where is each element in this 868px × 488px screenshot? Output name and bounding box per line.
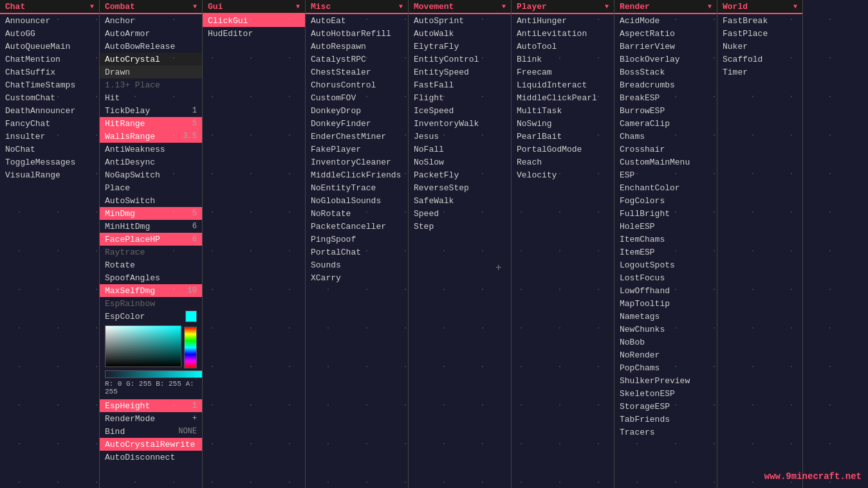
column-header-render[interactable]: Render ▼ bbox=[614, 0, 717, 14]
list-item[interactable]: NoGapSwitch bbox=[100, 168, 202, 181]
list-item[interactable]: BlockOverlay bbox=[614, 53, 717, 66]
list-item[interactable]: BossStack bbox=[614, 66, 717, 78]
list-item[interactable]: StorageESP bbox=[614, 400, 717, 413]
list-item[interactable]: AntiLevitation bbox=[512, 27, 614, 40]
list-item[interactable]: insulter bbox=[0, 130, 99, 143]
list-item[interactable]: InventoryCleaner bbox=[306, 156, 408, 168]
list-item[interactable]: FakePlayer bbox=[306, 143, 408, 156]
list-item[interactable]: MultiTask bbox=[512, 104, 614, 117]
list-item[interactable]: CatalystRPC bbox=[306, 53, 408, 66]
list-item[interactable]: AutoQueueMain bbox=[0, 40, 99, 53]
list-item[interactable]: Nuker bbox=[717, 40, 802, 53]
list-item[interactable]: NoChat bbox=[0, 143, 99, 156]
list-item[interactable]: Anchor bbox=[100, 14, 202, 27]
list-item[interactable]: Velocity bbox=[512, 168, 614, 181]
list-item[interactable]: TabFriends bbox=[614, 413, 717, 426]
list-item[interactable]: PortalChat bbox=[306, 246, 408, 258]
list-item[interactable]: Reach bbox=[512, 156, 614, 168]
list-item[interactable]: WallsRange3.5 bbox=[100, 130, 202, 143]
list-item[interactable]: LogoutSpots bbox=[614, 258, 717, 271]
list-item[interactable]: PacketFly bbox=[409, 168, 511, 181]
list-item[interactable]: SkeletonESP bbox=[614, 387, 717, 400]
column-header-movement[interactable]: Movement ▼ bbox=[409, 0, 511, 14]
list-item[interactable]: ChatMention bbox=[0, 53, 99, 66]
list-item[interactable]: Raytrace bbox=[100, 246, 202, 258]
list-item[interactable]: ElytraFly bbox=[409, 40, 511, 53]
list-item[interactable]: DonkeyDrop bbox=[306, 104, 408, 117]
color-swatch[interactable] bbox=[185, 311, 197, 322]
list-item[interactable]: AutoSwitch bbox=[100, 194, 202, 207]
list-item[interactable]: AutoCrystal bbox=[100, 53, 202, 66]
list-item[interactable]: ItemESP bbox=[614, 246, 717, 258]
list-item[interactable]: Place bbox=[100, 181, 202, 194]
list-item[interactable]: Scaffold bbox=[717, 53, 802, 66]
list-item[interactable]: MapTooltip bbox=[614, 297, 717, 310]
list-item[interactable]: IceSpeed bbox=[409, 104, 511, 117]
list-item[interactable]: SafeWalk bbox=[409, 194, 511, 207]
alpha-slider[interactable] bbox=[105, 370, 202, 378]
list-item[interactable]: LiquidInteract bbox=[512, 78, 614, 91]
list-item[interactable]: MinDmg5 bbox=[100, 207, 202, 220]
list-item[interactable]: PearlBait bbox=[512, 130, 614, 143]
list-item[interactable]: VisualRange bbox=[0, 168, 99, 181]
list-item[interactable]: AutoCrystalRewrite bbox=[100, 438, 202, 451]
list-item[interactable]: AutoHotbarRefill bbox=[306, 27, 408, 40]
list-item[interactable]: ChatTimeStamps bbox=[0, 78, 99, 91]
list-item[interactable]: DeathAnnouncer bbox=[0, 104, 99, 117]
list-item[interactable]: AspectRatio bbox=[614, 27, 717, 40]
list-item[interactable]: BreakESP bbox=[614, 91, 717, 104]
list-item[interactable]: LostFocus bbox=[614, 271, 717, 284]
list-item[interactable]: Tracers bbox=[614, 426, 717, 438]
list-item[interactable]: HitRange5 bbox=[100, 117, 202, 130]
list-item[interactable]: ReverseStep bbox=[409, 181, 511, 194]
list-item[interactable]: MinHitDmg6 bbox=[100, 220, 202, 233]
list-item[interactable]: FastPlace bbox=[717, 27, 802, 40]
list-item[interactable]: EnchantColor bbox=[614, 181, 717, 194]
list-item[interactable]: Flight bbox=[409, 91, 511, 104]
list-item[interactable]: Crosshair bbox=[614, 143, 717, 156]
list-item[interactable]: AutoTool bbox=[512, 40, 614, 53]
list-item[interactable]: CameraClip bbox=[614, 117, 717, 130]
list-item[interactable]: TickDelay1 bbox=[100, 104, 202, 117]
list-item[interactable]: Hit bbox=[100, 91, 202, 104]
list-item[interactable]: PortalGodMode bbox=[512, 143, 614, 156]
list-item[interactable]: LowOffhand bbox=[614, 284, 717, 297]
column-header-world[interactable]: World ▼ bbox=[717, 0, 802, 14]
list-item[interactable]: AntiHunger bbox=[512, 14, 614, 27]
column-header-combat[interactable]: Combat ▼ bbox=[100, 0, 202, 14]
list-item[interactable]: PacketCanceller bbox=[306, 220, 408, 233]
list-item[interactable]: BurrowESP bbox=[614, 104, 717, 117]
list-item[interactable]: AutoSprint bbox=[409, 14, 511, 27]
list-item[interactable]: AntiWeakness bbox=[100, 143, 202, 156]
list-item[interactable]: AutoEat bbox=[306, 14, 408, 27]
list-item[interactable]: ItemChams bbox=[614, 233, 717, 246]
list-item[interactable]: Breadcrumbs bbox=[614, 78, 717, 91]
column-header-misc[interactable]: Misc ▼ bbox=[306, 0, 408, 14]
list-item[interactable]: CustomFOV bbox=[306, 91, 408, 104]
list-item[interactable]: Timer bbox=[717, 66, 802, 78]
list-item[interactable]: NoEntityTrace bbox=[306, 181, 408, 194]
list-item[interactable]: XCarry bbox=[306, 271, 408, 284]
list-item[interactable]: MiddleClickFriends bbox=[306, 168, 408, 181]
list-item[interactable]: NoSwing bbox=[512, 117, 614, 130]
list-item[interactable]: AutoRespawn bbox=[306, 40, 408, 53]
list-item[interactable]: HudEditor bbox=[203, 27, 305, 40]
list-item[interactable]: AutoGG bbox=[0, 27, 99, 40]
list-item[interactable]: ChestStealer bbox=[306, 66, 408, 78]
list-item[interactable]: Rotate bbox=[100, 258, 202, 271]
list-item[interactable]: HoleESP bbox=[614, 220, 717, 233]
list-item[interactable]: AutoWalk bbox=[409, 27, 511, 40]
list-item[interactable]: AutoArmor bbox=[100, 27, 202, 40]
list-item[interactable]: FacePlaceHP6 bbox=[100, 233, 202, 246]
list-item[interactable]: AutoBowRelease bbox=[100, 40, 202, 53]
list-item[interactable]: ToggleMessages bbox=[0, 156, 99, 168]
list-item[interactable]: Jesus bbox=[409, 130, 511, 143]
hue-slider[interactable] bbox=[184, 327, 197, 368]
list-item[interactable]: EntitySpeed bbox=[409, 66, 511, 78]
list-item[interactable]: FastBreak bbox=[717, 14, 802, 27]
list-item[interactable]: PopChams bbox=[614, 361, 717, 374]
column-header-gui[interactable]: Gui ▼ bbox=[203, 0, 305, 14]
list-item[interactable]: InventoryWalk bbox=[409, 117, 511, 130]
list-item[interactable]: CustomChat bbox=[0, 91, 99, 104]
bind-row[interactable]: BindNONE bbox=[100, 425, 202, 438]
